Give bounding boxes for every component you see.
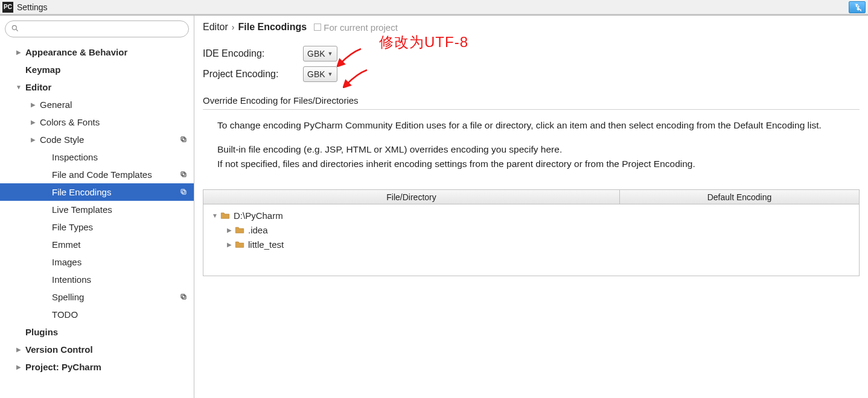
sidebar-item-label: File Types — [52, 222, 194, 232]
app-icon: PC — [2, 2, 13, 13]
sidebar-item-images[interactable]: Images — [0, 253, 194, 271]
sidebar-item-label: Intentions — [52, 274, 194, 285]
sidebar-item-code-style[interactable]: ▶Code Style — [0, 131, 194, 148]
encoding-table: File/Directory Default Encoding ▼D:\PyCh… — [203, 189, 860, 276]
svg-rect-9 — [181, 294, 185, 298]
copy-icon — [177, 187, 190, 197]
sidebar-item-label: Plugins — [25, 327, 194, 337]
sidebar-item-live-templates[interactable]: Live Templates — [0, 201, 194, 218]
file-name: little_test — [248, 239, 284, 250]
svg-rect-5 — [181, 172, 185, 175]
sidebar-item-label: General — [40, 100, 194, 110]
tree-toggle-icon[interactable]: ▼ — [14, 84, 23, 90]
svg-rect-7 — [181, 189, 185, 193]
breadcrumb: Editor › File Encodings For current proj… — [203, 22, 860, 33]
project-encoding-label: Project Encoding: — [203, 69, 303, 80]
tree-toggle-icon[interactable]: ▶ — [14, 346, 23, 353]
breadcrumb-parent[interactable]: Editor — [203, 22, 228, 33]
toolbox-icon[interactable] — [849, 1, 866, 13]
settings-content: Editor › File Encodings For current proj… — [194, 16, 868, 398]
file-row[interactable]: ▶.idea — [207, 223, 855, 237]
override-section-title: Override Encoding for Files/Directories — [203, 95, 860, 110]
breadcrumb-separator: › — [232, 22, 235, 32]
sidebar-item-intentions[interactable]: Intentions — [0, 271, 194, 288]
sidebar-item-label: File and Code Templates — [52, 169, 177, 180]
tree-toggle-icon[interactable]: ▶ — [14, 364, 23, 370]
sidebar-item-keymap[interactable]: Keymap — [0, 61, 194, 78]
sidebar-item-label: Appearance & Behavior — [25, 47, 194, 57]
scope-badge: For current project — [314, 22, 398, 33]
file-name: .idea — [248, 225, 268, 235]
svg-rect-3 — [181, 137, 185, 141]
folder-icon — [235, 226, 244, 234]
settings-tree: ▶Appearance & BehaviorKeymap▼Editor▶Gene… — [0, 40, 194, 376]
window-titlebar: PC Settings — [0, 0, 868, 14]
sidebar-item-label: Spelling — [52, 292, 177, 302]
file-tree: ▼D:\PyCharm▶.idea▶little_test — [203, 204, 859, 276]
tree-toggle-icon[interactable]: ▶ — [29, 136, 37, 143]
sidebar-item-inspections[interactable]: Inspections — [0, 148, 194, 166]
tree-toggle-icon[interactable]: ▼ — [211, 212, 219, 219]
sidebar-item-label: Colors & Fonts — [40, 117, 194, 127]
copy-icon — [177, 292, 190, 302]
main: ▶Appearance & BehaviorKeymap▼Editor▶Gene… — [0, 14, 868, 398]
file-row[interactable]: ▼D:\PyCharm — [207, 208, 855, 223]
tree-toggle-icon[interactable]: ▶ — [225, 241, 234, 248]
search-input[interactable] — [5, 21, 189, 37]
window-title: Settings — [17, 2, 48, 12]
project-encoding-select[interactable]: GBK ▼ — [303, 66, 337, 82]
sidebar-item-version-control[interactable]: ▶Version Control — [0, 341, 194, 358]
sidebar-item-label: Project: PyCharm — [25, 362, 194, 372]
sidebar-item-label: Inspections — [52, 152, 194, 162]
override-description: To change encoding PyCharm Community Edi… — [203, 110, 855, 185]
chevron-down-icon: ▼ — [328, 71, 333, 77]
sidebar-item-label: File Encodings — [52, 187, 177, 197]
scope-badge-icon — [314, 24, 321, 31]
copy-icon — [177, 169, 190, 180]
ide-encoding-select[interactable]: GBK ▼ — [303, 46, 337, 62]
svg-rect-8 — [182, 295, 186, 299]
sidebar-item-spelling[interactable]: Spelling — [0, 288, 194, 306]
svg-rect-6 — [182, 191, 186, 194]
sidebar-item-project-pycharm[interactable]: ▶Project: PyCharm — [0, 358, 194, 376]
sidebar-item-colors-fonts[interactable]: ▶Colors & Fonts — [0, 113, 194, 131]
svg-rect-2 — [182, 138, 186, 142]
tree-toggle-icon[interactable]: ▶ — [14, 49, 23, 55]
sidebar-item-label: Version Control — [25, 344, 194, 355]
sidebar-item-label: Keymap — [25, 65, 194, 75]
settings-sidebar: ▶Appearance & BehaviorKeymap▼Editor▶Gene… — [0, 16, 194, 398]
col-file-directory[interactable]: File/Directory — [203, 190, 620, 204]
sidebar-item-label: Editor — [25, 82, 194, 92]
desc-line-3: If not specified, files and directories … — [217, 157, 852, 171]
sidebar-item-label: Live Templates — [52, 204, 194, 215]
sidebar-item-file-and-code-templates[interactable]: File and Code Templates — [0, 166, 194, 183]
col-default-encoding[interactable]: Default Encoding — [620, 190, 859, 204]
titlebar-right — [849, 1, 866, 13]
sidebar-item-appearance-behavior[interactable]: ▶Appearance & Behavior — [0, 43, 194, 61]
sidebar-item-file-encodings[interactable]: File Encodings — [0, 183, 194, 201]
desc-line-1: To change encoding PyCharm Community Edi… — [217, 118, 852, 133]
tree-toggle-icon[interactable]: ▶ — [29, 101, 37, 108]
file-row[interactable]: ▶little_test — [207, 237, 855, 251]
sidebar-item-plugins[interactable]: Plugins — [0, 323, 194, 341]
file-name: D:\PyCharm — [234, 210, 283, 221]
tree-toggle-icon[interactable]: ▶ — [29, 119, 37, 125]
project-encoding-value: GBK — [307, 69, 325, 79]
tree-toggle-icon[interactable]: ▶ — [225, 227, 234, 233]
project-encoding-row: Project Encoding: GBK ▼ — [203, 64, 860, 84]
ide-encoding-row: IDE Encoding: GBK ▼ — [203, 43, 860, 64]
sidebar-item-label: Code Style — [40, 134, 177, 145]
sidebar-item-emmet[interactable]: Emmet — [0, 236, 194, 253]
folder-icon — [220, 211, 230, 220]
breadcrumb-current: File Encodings — [238, 22, 307, 33]
sidebar-item-file-types[interactable]: File Types — [0, 218, 194, 236]
chevron-down-icon: ▼ — [328, 51, 333, 57]
sidebar-item-todo[interactable]: TODO — [0, 306, 194, 323]
sidebar-item-editor[interactable]: ▼Editor — [0, 78, 194, 96]
folder-icon — [235, 240, 244, 248]
encoding-table-header: File/Directory Default Encoding — [203, 190, 859, 204]
ide-encoding-label: IDE Encoding: — [203, 48, 303, 59]
sidebar-item-general[interactable]: ▶General — [0, 96, 194, 113]
copy-icon — [177, 134, 190, 145]
svg-rect-4 — [182, 173, 186, 177]
